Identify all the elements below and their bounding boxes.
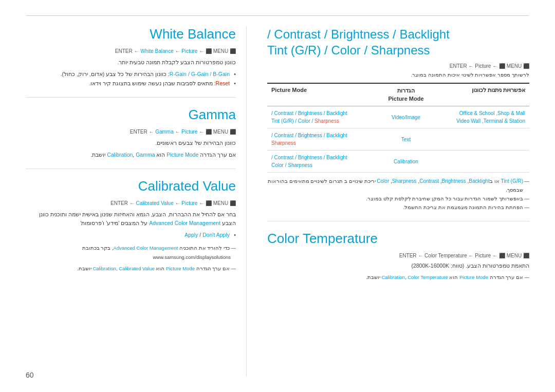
- white-balance-section: White Balance ⬛ ENTER ← White Balance ← …: [26, 26, 236, 88]
- ct-calibration: Calibration: [381, 274, 404, 280]
- cv-menu-path: ⬛ ENTER ← Calibrated Value ← Picture ← ⬛…: [26, 200, 236, 206]
- ct-color-temp: Color Temperature: [408, 274, 448, 280]
- tr2-col2: Text: [375, 137, 437, 142]
- ct-desc1: התאמת טמפרטורות הצבע. (טווח: 2800K-16000…: [267, 262, 529, 270]
- th-col3: אפשרויות ניתנות לכוונון: [437, 87, 529, 103]
- th-col1: Picture Mode: [267, 87, 375, 103]
- note1-backlight: Backlight: [469, 178, 490, 184]
- tr2-col1: / Contrast / Brightness / Backlight Shar…: [267, 132, 375, 147]
- cv-acm2: Advanced Color Management: [114, 245, 178, 251]
- color-temperature-section: Color Temperature ⬛ ENTER ← Color Temper…: [267, 221, 529, 281]
- gamma-calibration: Calibration: [107, 152, 133, 158]
- th-col2-line2: Picture Mode: [388, 96, 423, 102]
- note-1: Tint (G/R) או בColor ,Sharpness ,Contras…: [267, 177, 529, 194]
- note-3: הפחתת בהירות התמונה מצמצמת את צריכת החשמ…: [267, 203, 529, 212]
- note1-brightness: Brightness: [442, 178, 466, 184]
- divider-1: [26, 97, 236, 98]
- wb-menu-link: White Balance: [140, 48, 173, 54]
- wb-picture-link: Picture: [181, 48, 197, 54]
- divider-2: [26, 169, 236, 169]
- note1-contrast: Contrast: [419, 178, 439, 184]
- right-column: / Contrast / Brightness / Backlight Tint…: [267, 26, 529, 377]
- calibrated-value-section: Calibrated Value ⬛ ENTER ← Calibrated Va…: [26, 178, 236, 272]
- ct-picture-mode: Picture Mode: [459, 274, 488, 280]
- cv-dont-apply: Don't Apply: [202, 232, 230, 238]
- wb-gain-label: R-Gain / G-Gain / B-Gain: [170, 71, 230, 77]
- right-table: Picture Mode הגדרות Picture Mode אפשרויו…: [267, 83, 529, 173]
- wb-reset-label: Reset: [216, 80, 230, 86]
- cv-menu-link: Calibrated Value: [136, 200, 174, 206]
- cv-note2: — אם ערך הגדרה Picture Mode הוא Calibrat…: [26, 265, 236, 272]
- gamma-gamma: Gamma: [136, 152, 155, 158]
- table-header: Picture Mode הגדרות Picture Mode אפשרויו…: [267, 83, 529, 106]
- right-picture-link: Picture: [475, 63, 491, 69]
- note1-sharpness: Sharpness: [392, 178, 417, 184]
- gamma-menu-path: ⬛ ENTER ← Gamma ← Picture ← ⬛ MENU: [26, 129, 236, 135]
- cv-calibrated-value: Calibrated Value: [119, 266, 155, 271]
- tr1-col1: / Contrast / Brightness / Backlight Tint…: [267, 109, 375, 125]
- gamma-description: כוונון הבהירות של צבעים ראשוניים.: [26, 139, 236, 147]
- wb-bullet-1: R-Gain / G-Gain / B-Gain: כוונון הבהירות…: [26, 70, 236, 79]
- tr3-col1: / Contrast / Brightness / Backlight Colo…: [267, 154, 375, 169]
- main-content: White Balance ⬛ ENTER ← White Balance ← …: [26, 26, 529, 377]
- cv-note1: — כדי להוריד את התוכניה Advanced Color M…: [26, 244, 236, 252]
- divider-right: [267, 221, 529, 221]
- wb-bullet-2: Reset: מתאים לסביבות שבהן נעשה שימוש בתצ…: [26, 79, 236, 88]
- gamma-menu-link: Gamma: [155, 129, 174, 135]
- right-main-title: / Contrast / Brightness / Backlight Tint…: [267, 26, 529, 58]
- tr1-col2: Video/Image: [375, 115, 437, 120]
- notes-section: Tint (G/R) או בColor ,Sharpness ,Contras…: [267, 177, 529, 212]
- cv-desc1: בחר אם להחיל את ההבהרות, הצבע, הגמא והאח…: [26, 210, 236, 228]
- wb-bullet-list: R-Gain / G-Gain / B-Gain: כוונון הבהירות…: [26, 70, 236, 88]
- note-2: באפשרותך לשמור הגדרות עבור כל המקן שחיבר…: [267, 194, 529, 203]
- top-divider: [26, 15, 529, 16]
- note1-tint: Tint (G/R): [501, 178, 523, 184]
- wb-description: כוונון טמפרטורות הצבע לקבלת תמונה טבעית …: [26, 58, 236, 67]
- cv-url: www.samsung.com/displaysolutions: [26, 254, 236, 260]
- white-balance-title: White Balance: [26, 26, 236, 42]
- right-menu-path: ⬛ ENTER ← Picture ← ⬛ MENU: [267, 63, 529, 69]
- right-desc: לרשותך מספר אפשרויות לשינוי איכות התמונה…: [267, 72, 529, 78]
- ct-menu-path: ⬛ ENTER ← Color Temperature ← Picture ← …: [267, 253, 529, 258]
- tr3-col2: Calibration: [375, 159, 437, 164]
- gamma-title: Gamma: [26, 107, 236, 123]
- page-container: White Balance ⬛ ENTER ← White Balance ← …: [0, 0, 555, 392]
- right-title-line1: / Contrast / Brightness / Backlight: [267, 27, 450, 41]
- calibrated-value-title: Calibrated Value: [26, 178, 236, 194]
- gamma-note: אם ערך הגדרה Picture Mode הוא Calibratio…: [26, 151, 236, 159]
- tr1-col3: Office & School ,Shop & Mall Video Wall …: [437, 109, 529, 125]
- gamma-picture-mode: Picture Mode: [166, 152, 198, 158]
- ct-note: — אם ערך הגדרה Picture Mode הוא Calibrat…: [267, 273, 529, 281]
- cv-calibration: Calibration: [92, 266, 116, 271]
- ct-menu-link: Color Temperature: [424, 253, 467, 258]
- table-row-3: / Contrast / Brightness / Backlight Colo…: [267, 151, 529, 173]
- cv-bullet-list: Apply / Don't Apply: [26, 231, 236, 240]
- cv-picture-mode2: Picture Mode: [166, 266, 195, 271]
- th-col2: הגדרות Picture Mode: [375, 87, 437, 103]
- gamma-section: Gamma ⬛ ENTER ← Gamma ← Picture ← ⬛ MENU…: [26, 107, 236, 159]
- white-balance-menu-path: ⬛ ENTER ← White Balance ← Picture ← ⬛ ME…: [26, 48, 236, 54]
- table-row-1: / Contrast / Brightness / Backlight Tint…: [267, 106, 529, 128]
- cv-apply: Apply: [184, 232, 198, 238]
- note1-color: Color: [377, 178, 389, 184]
- cv-acm: Advanced Color Management: [149, 220, 220, 226]
- page-number: 60: [26, 371, 34, 379]
- th-col2-line1: הגדרות: [397, 87, 415, 94]
- ct-picture-link: Picture: [475, 253, 491, 258]
- right-title-line2: Tint (G/R) / Color / Sharpness: [267, 43, 430, 57]
- cv-bullet-1: Apply / Don't Apply: [26, 231, 236, 240]
- gamma-picture-link: Picture: [181, 129, 197, 135]
- enter-icon: ⬛: [230, 48, 236, 54]
- left-column: White Balance ⬛ ENTER ← White Balance ← …: [26, 26, 247, 377]
- table-row-2: / Contrast / Brightness / Backlight Shar…: [267, 128, 529, 151]
- color-temp-title: Color Temperature: [267, 231, 529, 247]
- cv-picture-link: Picture: [181, 200, 197, 206]
